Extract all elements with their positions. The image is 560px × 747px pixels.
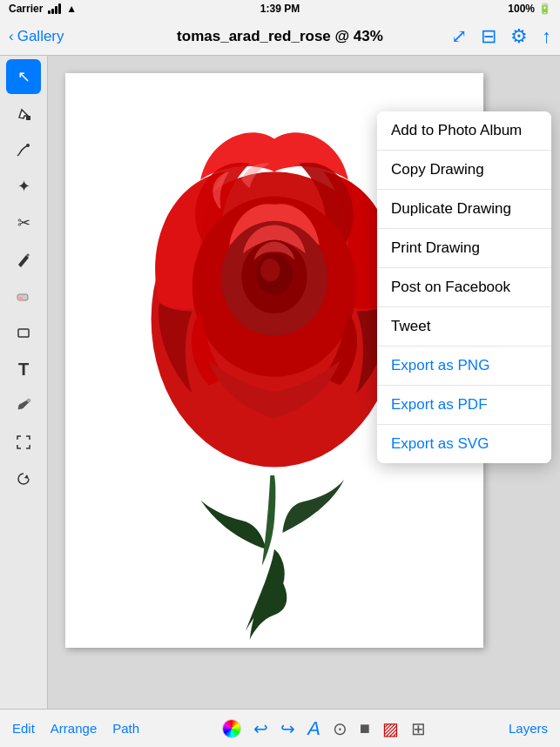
eraser-tool[interactable] — [6, 279, 41, 313]
bottom-left: Edit Arrange Path — [12, 721, 139, 736]
arrange-button[interactable]: Arrange — [51, 721, 97, 736]
bottom-bar: Edit Arrange Path ↩ ↪ A ⊙ ■ ▨ ⊞ Layers — [0, 709, 560, 747]
svg-rect-4 — [18, 329, 29, 337]
dropdown-menu: Add to Photo Album Copy Drawing Duplicat… — [377, 111, 551, 463]
select-tool[interactable]: ↖ — [6, 59, 41, 94]
svg-rect-3 — [17, 297, 23, 300]
main-area: ↖ ✦ ✂ — [0, 56, 560, 709]
post-facebook-item[interactable]: Post on Facebook — [377, 268, 551, 307]
node-tool[interactable]: ✦ — [6, 169, 41, 204]
target-icon[interactable]: ⊙ — [333, 718, 347, 739]
duplicate-drawing-item[interactable]: Duplicate Drawing — [377, 190, 551, 229]
tweet-item[interactable]: Tweet — [377, 307, 551, 347]
fullscreen-icon[interactable]: ⤢ — [451, 25, 467, 48]
scissors-tool[interactable]: ✂ — [6, 205, 41, 240]
bottom-center: ↩ ↪ A ⊙ ■ ▨ ⊞ — [222, 717, 426, 740]
pen-tool[interactable] — [6, 132, 41, 167]
back-chevron-icon: ‹ — [9, 28, 14, 45]
battery-icon: 🔋 — [538, 3, 551, 15]
toolbar-left: ↖ ✦ ✂ — [0, 56, 48, 709]
carrier-label: Carrier — [9, 3, 43, 15]
add-to-photo-album-item[interactable]: Add to Photo Album — [377, 111, 551, 151]
zoom-tool[interactable] — [6, 425, 41, 460]
undo-button[interactable]: ↩ — [253, 718, 268, 739]
status-bar: Carrier ▲ 1:39 PM 100% 🔋 — [0, 0, 560, 17]
back-button[interactable]: ‹ Gallery — [9, 28, 64, 45]
color-picker-button[interactable] — [222, 719, 241, 738]
nav-bar: ‹ Gallery tomas_arad_red_rose @ 43% ⤢ ⊟ … — [0, 17, 560, 56]
rectangle-tool[interactable] — [6, 315, 41, 350]
rotate-tool[interactable] — [6, 461, 41, 496]
status-time: 1:39 PM — [260, 3, 300, 15]
square-icon[interactable]: ■ — [360, 718, 370, 738]
back-label: Gallery — [17, 28, 64, 45]
wifi-icon: ▲ — [66, 3, 77, 15]
share-icon[interactable]: ↑ — [542, 25, 551, 48]
slash-icon[interactable]: ▨ — [382, 718, 399, 739]
node-select-tool[interactable] — [6, 96, 41, 131]
battery-label: 100% — [508, 3, 535, 15]
image-icon[interactable]: ⊟ — [481, 25, 496, 48]
eyedropper-tool[interactable] — [6, 388, 41, 423]
export-png-item[interactable]: Export as PNG — [377, 347, 551, 386]
copy-drawing-item[interactable]: Copy Drawing — [377, 151, 551, 190]
status-bar-right: 100% 🔋 — [508, 3, 551, 15]
edit-button[interactable]: Edit — [12, 721, 35, 736]
path-button[interactable]: Path — [112, 721, 139, 736]
svg-point-11 — [260, 259, 280, 281]
svg-point-5 — [27, 399, 30, 402]
canvas-area[interactable]: Add to Photo Album Copy Drawing Duplicat… — [48, 56, 560, 709]
pencil-tool[interactable] — [6, 242, 41, 277]
grid-icon[interactable]: ⊞ — [411, 718, 426, 739]
text-tool[interactable]: T — [6, 352, 41, 387]
signal-icon — [48, 3, 61, 14]
status-bar-left: Carrier ▲ — [9, 3, 77, 15]
svg-point-1 — [26, 144, 30, 147]
print-drawing-item[interactable]: Print Drawing — [377, 229, 551, 268]
export-pdf-item[interactable]: Export as PDF — [377, 386, 551, 425]
layers-button[interactable]: Layers — [509, 721, 548, 736]
nav-icons: ⤢ ⊟ ⚙ ↑ — [451, 25, 551, 48]
export-svg-item[interactable]: Export as SVG — [377, 425, 551, 463]
redo-button[interactable]: ↪ — [280, 718, 295, 739]
svg-rect-0 — [26, 116, 30, 120]
text-bottom-icon[interactable]: A — [307, 717, 320, 740]
settings-icon[interactable]: ⚙ — [510, 25, 528, 48]
nav-title: tomas_arad_red_rose @ 43% — [177, 28, 383, 45]
